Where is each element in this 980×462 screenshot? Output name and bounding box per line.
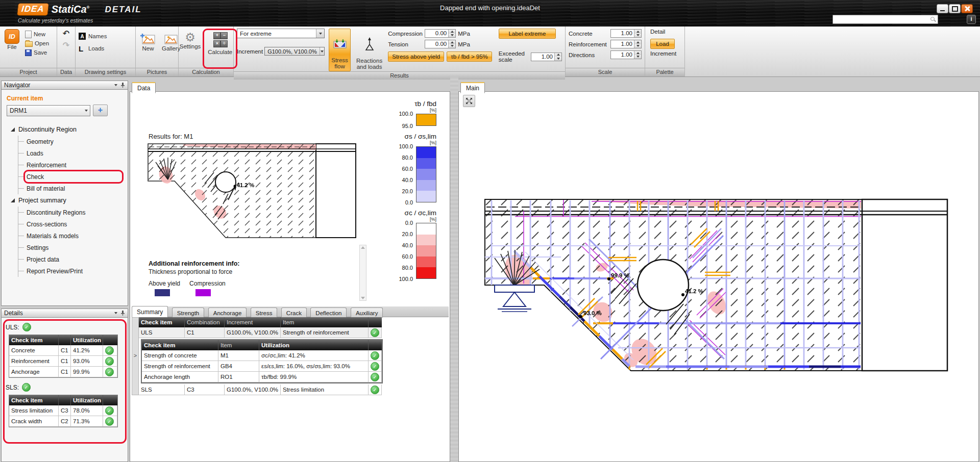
nav-item-project-data[interactable]: Project data: [18, 253, 128, 265]
nav-section-discontinuity-region[interactable]: Discontinuity Region: [7, 123, 128, 136]
names-toggle[interactable]: Names: [79, 32, 132, 41]
file-button[interactable]: ID File: [3, 29, 21, 68]
search-input[interactable]: [833, 16, 930, 22]
nav-item-cross-sections[interactable]: Cross-sections: [18, 218, 128, 230]
tab-crack[interactable]: Crack: [281, 307, 307, 318]
exceeded-scale-label: Exceeded scale: [499, 50, 529, 63]
nav-item-geometry[interactable]: Geometry: [18, 136, 128, 147]
drawing-scrollbar[interactable]: [359, 245, 366, 301]
scroll-down-icon[interactable]: [361, 297, 365, 299]
tab-deflection[interactable]: Deflection: [310, 307, 347, 318]
above-yield-swatch: [155, 289, 170, 296]
table-row-sls[interactable]: SLS C3 G100.0%, V100.0% Stress limitatio…: [139, 384, 382, 395]
stress-flow-icon: [333, 39, 347, 50]
gallery-icon: [163, 33, 179, 45]
scale-concrete-input[interactable]: 1.00: [610, 29, 642, 38]
compression-label: Compression: [388, 31, 425, 37]
pin-icon[interactable]: [120, 310, 125, 316]
panel-menu-icon[interactable]: [114, 84, 117, 86]
spin-down-icon[interactable]: [449, 44, 455, 48]
search-icon[interactable]: [930, 16, 936, 22]
scale-directions-input[interactable]: 1.00: [610, 50, 642, 59]
nav-item-materials-models[interactable]: Materials & models: [18, 230, 128, 242]
row-expander[interactable]: [132, 317, 139, 395]
pin-icon[interactable]: [120, 82, 125, 88]
redo-button[interactable]: [63, 40, 69, 50]
picture-new-button[interactable]: New: [139, 33, 157, 68]
scroll-up-icon[interactable]: [361, 246, 365, 249]
tab-stress[interactable]: Stress: [251, 307, 278, 318]
spin-up-icon[interactable]: [634, 40, 641, 44]
stress-flow-drawing[interactable]: 41.2 %: [148, 143, 358, 244]
scale-reinforcement-input[interactable]: 1.00: [610, 40, 642, 48]
table-row-uls[interactable]: ULS C1 G100.0%, V100.0% Strength of rein…: [139, 327, 382, 338]
stress-flow-toggle[interactable]: Stress flow: [329, 29, 351, 71]
tab-data[interactable]: Data: [132, 82, 156, 93]
current-item-dropdown[interactable]: DRM1: [7, 105, 90, 116]
compression-input[interactable]: 0.00: [425, 29, 456, 38]
zoom-fit-button[interactable]: [463, 95, 475, 107]
data-panel-content[interactable]: Results for: M1: [130, 91, 450, 462]
tab-summary[interactable]: Summary: [132, 306, 168, 317]
calculate-button[interactable]: Calculate: [206, 31, 234, 68]
panel-splitter[interactable]: [450, 76, 458, 462]
tab-strength[interactable]: Strength: [172, 307, 204, 318]
tab-auxiliary[interactable]: Auxiliary: [351, 307, 383, 318]
increment-dropdown[interactable]: G100.0%, V100.0%: [264, 47, 325, 56]
spin-up-icon[interactable]: [555, 53, 561, 57]
palette-detail-option[interactable]: Detail: [650, 29, 681, 37]
nav-section-project-summary[interactable]: Project summary: [7, 194, 128, 207]
nav-item-reinforcement[interactable]: Reinforcement: [18, 159, 128, 171]
save-button[interactable]: Save: [25, 48, 49, 57]
minimize-icon: [940, 10, 945, 11]
spin-up-icon[interactable]: [634, 30, 641, 34]
palette-load-option[interactable]: Load: [650, 39, 675, 49]
settings-button[interactable]: Settings: [178, 31, 203, 68]
label-extreme-toggle[interactable]: Label extreme: [499, 29, 556, 39]
nav-item-loads[interactable]: Loads: [18, 147, 128, 159]
reactions-icon: [364, 37, 375, 52]
main-panel-content[interactable]: 99.9 % 93.0 % 41.2 %: [458, 91, 979, 462]
loads-toggle[interactable]: Loads: [79, 44, 132, 53]
spin-down-icon[interactable]: [555, 57, 561, 61]
spin-down-icon[interactable]: [634, 44, 641, 48]
stress-above-yield-toggle[interactable]: Stress above yield: [388, 52, 444, 62]
spin-up-icon[interactable]: [449, 40, 455, 44]
navigator-header[interactable]: Navigator: [1, 81, 128, 90]
summary-table-header: Check item Combination Increment Item: [139, 317, 382, 327]
close-button[interactable]: [961, 4, 973, 13]
spin-down-icon[interactable]: [449, 34, 455, 38]
tension-input[interactable]: 0.00: [425, 40, 456, 48]
maximize-button[interactable]: [949, 4, 961, 13]
reactions-loads-toggle[interactable]: Reactions and loads: [355, 29, 384, 71]
palette-increment-option[interactable]: Increment: [650, 50, 681, 59]
minimize-button[interactable]: [937, 4, 948, 13]
panel-menu-icon[interactable]: [114, 312, 117, 314]
collapse-icon[interactable]: [11, 127, 15, 132]
info-button[interactable]: [967, 15, 976, 24]
spin-down-icon[interactable]: [634, 34, 641, 38]
nav-item-report-preview-print[interactable]: Report Preview/Print: [18, 265, 128, 277]
new-button[interactable]: New: [25, 30, 49, 39]
nav-item-settings[interactable]: Settings: [18, 242, 128, 253]
collapse-icon[interactable]: [11, 198, 15, 202]
uls-status: ULS:: [6, 323, 128, 331]
scale-sigma-c: σc / σc,lim [%] 0.0 20.0 40.0 60.0 80.0 …: [369, 209, 436, 279]
open-button[interactable]: Open: [25, 39, 49, 48]
nav-item-check[interactable]: Check: [18, 171, 128, 183]
tb-fbd-toggle[interactable]: τb / fbd > 95%: [447, 52, 492, 62]
exceeded-scale-input[interactable]: 1.00: [531, 53, 562, 61]
nav-item-discontinuity-regions[interactable]: Discontinuity Regions: [18, 207, 128, 218]
add-region-button[interactable]: [93, 105, 108, 116]
undo-button[interactable]: [63, 29, 69, 38]
spin-down-icon[interactable]: [634, 55, 641, 59]
nav-item-bill-of-material[interactable]: Bill of material: [18, 183, 128, 194]
tab-main[interactable]: Main: [460, 82, 485, 93]
tab-anchorage[interactable]: Anchorage: [208, 307, 247, 318]
extreme-dropdown[interactable]: For extreme: [237, 29, 325, 38]
spin-up-icon[interactable]: [449, 30, 455, 34]
spin-up-icon[interactable]: [634, 51, 641, 55]
check-ok-icon: [105, 346, 114, 355]
check-result-drawing[interactable]: 99.9 % 93.0 % 41.2 %: [484, 196, 960, 386]
details-header[interactable]: Details: [1, 309, 128, 318]
